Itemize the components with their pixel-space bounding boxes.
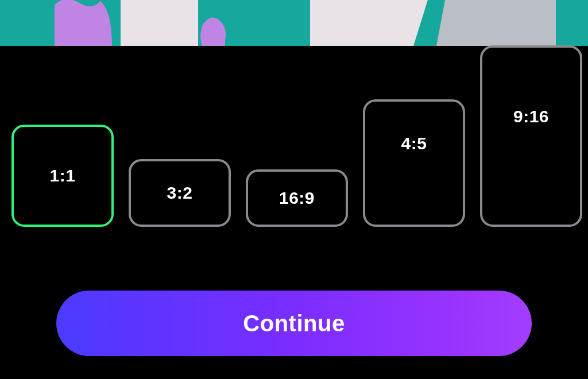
aspect-ratio-picker: 1:1 3:2 16:9 4:5 9:16 Continue <box>0 46 588 379</box>
banner-art <box>0 0 588 46</box>
aspect-option-9-16[interactable]: 9:16 <box>480 45 582 227</box>
aspect-label: 9:16 <box>513 107 549 126</box>
continue-label: Continue <box>243 311 345 337</box>
aspect-option-3-2[interactable]: 3:2 <box>129 159 231 227</box>
aspect-label: 3:2 <box>167 183 193 203</box>
aspect-label: 1:1 <box>50 166 76 185</box>
aspect-ratio-options: 1:1 3:2 16:9 4:5 9:16 <box>11 46 577 227</box>
aspect-option-1-1[interactable]: 1:1 <box>11 125 114 227</box>
aspect-option-16-9[interactable]: 16:9 <box>246 169 348 227</box>
continue-button[interactable]: Continue <box>56 291 532 356</box>
aspect-label: 16:9 <box>279 188 315 208</box>
preview-banner <box>0 0 588 46</box>
aspect-label: 4:5 <box>401 134 427 153</box>
aspect-option-4-5[interactable]: 4:5 <box>363 99 465 227</box>
